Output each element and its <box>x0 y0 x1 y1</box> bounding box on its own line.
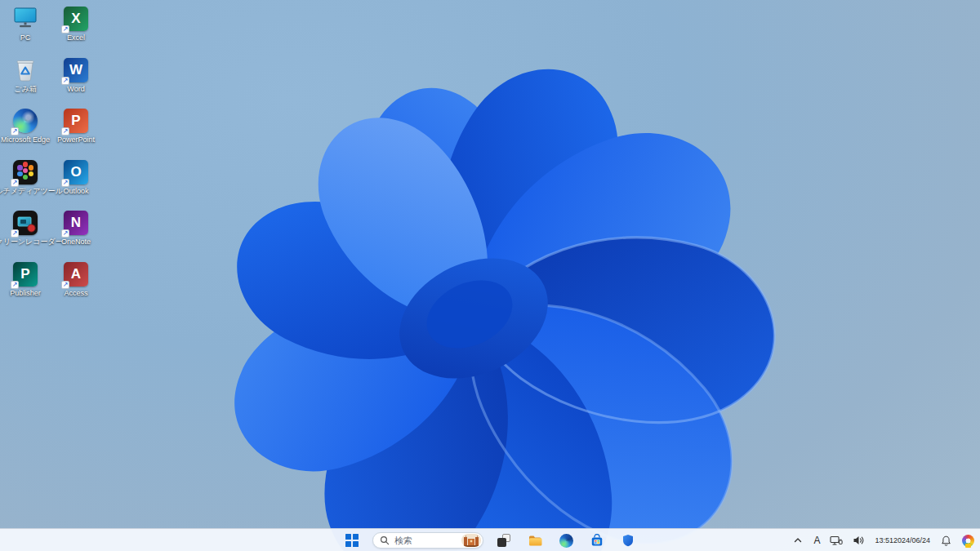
folder-icon <box>528 535 542 547</box>
desktop-icon-label: Word <box>67 85 84 93</box>
outlook-icon: O ↗ <box>63 159 89 185</box>
desktop-icon-label: PC <box>20 33 31 42</box>
powerpoint-icon: P ↗ <box>63 108 89 134</box>
edge-icon <box>559 534 573 548</box>
desktop-icon-label: PowerPoint <box>57 136 95 144</box>
desktop-icon-publisher[interactable]: P ↗ Publisher <box>0 258 51 309</box>
start-button[interactable] <box>341 531 363 550</box>
bell-icon <box>940 535 952 547</box>
desktop-icon-powerpoint[interactable]: P ↗ PowerPoint <box>51 104 101 156</box>
desktop-icon-grid: PC X ↗ Excel ごみ箱 W <box>0 2 101 309</box>
tray-date: 2024/06/24 <box>893 536 930 544</box>
shortcut-arrow-icon: ↗ <box>61 25 69 33</box>
windows-security-button[interactable] <box>617 531 639 550</box>
desktop-icon-label: Excel <box>67 33 85 42</box>
desktop-icon-multimedia-tool[interactable]: ↗ マルチメディアツール <box>0 156 51 207</box>
desktop-icon-word[interactable]: W ↗ Word <box>51 54 101 105</box>
task-view-button[interactable] <box>493 531 514 550</box>
volume-button[interactable] <box>851 531 866 550</box>
shortcut-arrow-icon: ↗ <box>61 127 69 136</box>
shortcut-arrow-icon: ↗ <box>61 229 69 238</box>
notifications-button[interactable] <box>938 531 954 550</box>
shortcut-arrow-icon: ↗ <box>61 77 69 85</box>
onenote-icon: N ↗ <box>63 210 89 236</box>
task-view-icon <box>497 534 510 547</box>
speaker-icon <box>853 535 865 546</box>
hidden-icons-button[interactable] <box>791 531 805 550</box>
pc-monitor-icon <box>12 6 38 32</box>
chevron-up-icon <box>792 535 804 546</box>
shortcut-arrow-icon: ↗ <box>11 179 19 187</box>
ime-mode-button[interactable]: A <box>812 531 822 550</box>
search-placeholder: 検索 <box>394 535 412 547</box>
desktop-icon-edge[interactable]: ↗ Microsoft Edge <box>0 104 51 156</box>
desktop-icon-label: Access <box>64 289 87 297</box>
file-explorer-button[interactable] <box>524 531 546 550</box>
edge-icon: ↗ <box>12 108 38 134</box>
multimedia-color-wheel-icon <box>962 535 974 547</box>
taskbar: 検索 <box>0 528 980 551</box>
shortcut-arrow-icon: ↗ <box>61 281 69 289</box>
shortcut-arrow-icon: ↗ <box>11 127 19 136</box>
multimedia-color-wheel-icon: ↗ <box>12 159 38 185</box>
search-icon <box>380 535 390 545</box>
desktop-icon-outlook[interactable]: O ↗ Outlook <box>51 156 101 207</box>
microsoft-store-button[interactable] <box>586 531 608 550</box>
microsoft-store-icon <box>590 534 604 547</box>
clock[interactable]: 13:51 2024/06/24 <box>873 531 932 550</box>
ethernet-network-icon <box>830 535 843 546</box>
desktop-icon-screen-recorder[interactable]: ↗ スクリーンレコーダー <box>0 207 51 258</box>
tray-time: 13:51 <box>875 536 893 544</box>
tray-app-badge <box>965 544 971 548</box>
desktop-icon-label: ごみ箱 <box>14 85 36 93</box>
shortcut-arrow-icon: ↗ <box>11 281 19 289</box>
search-highlight-image[interactable] <box>461 534 481 547</box>
desktop-icon-label: Publisher <box>10 289 41 297</box>
shortcut-arrow-icon: ↗ <box>61 179 69 187</box>
publisher-icon: P ↗ <box>12 261 38 287</box>
desktop-icon-label: Outlook <box>63 187 88 195</box>
word-icon: W ↗ <box>63 57 89 83</box>
desktop-icon-label: OneNote <box>61 238 91 246</box>
network-button[interactable] <box>828 531 844 550</box>
multimedia-tray-app-button[interactable] <box>960 531 976 550</box>
desktop-icon-access[interactable]: A ↗ Access <box>51 258 101 309</box>
screen-recorder-icon: ↗ <box>12 210 38 236</box>
windows-logo-icon <box>345 534 359 547</box>
ime-mode-label: A <box>813 535 820 546</box>
search-box[interactable]: 検索 <box>372 532 483 549</box>
edge-taskbar-button[interactable] <box>555 531 577 550</box>
desktop-screen: PC X ↗ Excel ごみ箱 W <box>0 0 980 551</box>
recycle-bin-icon <box>12 57 38 83</box>
excel-icon: X ↗ <box>63 6 89 32</box>
desktop-icon-recycle-bin[interactable]: ごみ箱 <box>0 54 51 105</box>
desktop-icon-label: Microsoft Edge <box>1 136 50 144</box>
desktop-icon-onenote[interactable]: N ↗ OneNote <box>51 207 101 258</box>
desktop-icon-pc[interactable]: PC <box>0 2 51 54</box>
bloom-graphic <box>0 0 980 551</box>
system-tray: A 13:51 2024/06/24 <box>791 529 976 551</box>
wallpaper-bloom <box>0 0 980 551</box>
shield-icon <box>621 534 635 547</box>
taskbar-center-icons: 検索 <box>341 529 639 551</box>
desktop-icon-excel[interactable]: X ↗ Excel <box>51 2 101 54</box>
access-icon: A ↗ <box>63 261 89 287</box>
shortcut-arrow-icon: ↗ <box>11 229 19 238</box>
